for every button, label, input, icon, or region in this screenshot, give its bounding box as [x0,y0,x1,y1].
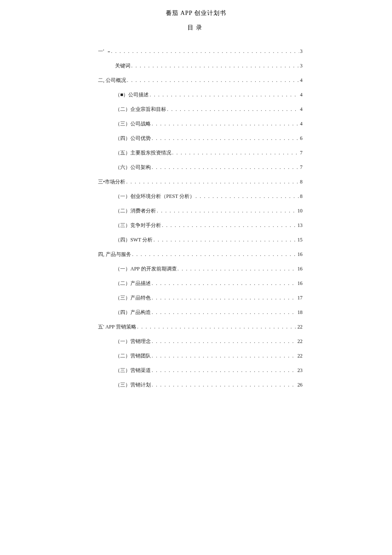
toc-entry-label: （一）营销理念 [115,339,152,344]
toc-entry-label: （二）营销团队 [115,353,152,358]
toc-entry: （一）创业环境分析（PEST 分析）8 [98,194,303,199]
dot-leader [152,165,299,170]
toc-entry: （三）营销计划26 [98,382,303,387]
dot-leader [178,266,297,271]
toc-entry: （三）营销渠道23 [98,368,303,373]
toc-entry-page: 23 [297,368,303,373]
toc-entry: （一）营销理念22 [98,339,303,344]
dot-leader [172,150,299,155]
dot-leader [152,281,297,286]
toc-entry-label: 三•市场分析 [98,179,126,184]
toc-entry: （五）主要股东投资情况7 [98,150,303,155]
toc-entry-page: 16 [297,266,303,271]
toc-entry-page: 4 [299,92,303,97]
toc-entry-label: 五' APP 营销策略 [98,324,137,329]
dot-leader [167,107,299,112]
toc-entry-page: 13 [297,223,303,228]
document-title: 番茄 APP 创业计划书 [0,9,392,17]
toc-entry-label: （一）APP 的开发前期调查 [115,266,178,271]
toc-entry-page: 17 [297,295,303,300]
toc-entry-label: （三）产品特色 [115,295,152,300]
toc-entry: 四, 产品与服务16 [98,252,303,257]
toc-entry: （二）营销团队22 [98,353,303,358]
toc-entry: 关键词3 [98,63,303,68]
toc-entry: （三）竞争对手分析13 [98,223,303,228]
dot-leader [152,353,297,358]
toc-entry: （三）产品特色17 [98,295,303,300]
dot-leader [152,310,297,315]
document-page: 番茄 APP 创业计划书 目录 一'3关键词3二, 公司概况4（■）公司描述4（… [0,0,392,555]
toc-entry: （■）公司描述4 [98,92,303,97]
toc-entry-label: （一）创业环境分析（PEST 分析） [115,194,196,199]
dot-leader [132,252,297,257]
toc-entry: 一'3 [98,49,303,54]
dot-leader [127,78,299,83]
toc-entry-page: 3 [299,49,303,54]
dot-leader [162,223,297,228]
toc-entry: （二）产品描述16 [98,281,303,286]
dot-leader [153,237,297,242]
dot-leader [111,49,299,54]
toc-entry-label: （二）企业宗旨和目标 [115,107,167,112]
toc-entry-page: 16 [297,281,303,286]
toc-entry: （二）企业宗旨和目标4 [98,107,303,112]
toc-heading: 目录 [0,24,392,32]
dot-leader [152,368,297,373]
toc-entry-label: （五）主要股东投资情况 [115,150,172,155]
toc-entry-page: 8 [299,179,303,184]
toc-entry-label: （三）公司战略 [115,121,152,126]
toc-entry-label: （二）消费者分析 [115,208,157,213]
toc-entry-page: 7 [299,165,303,170]
toc-entry: 二, 公司概况4 [98,78,303,83]
dot-leader [152,136,299,141]
toc-entry-label: （四）SWT 分析 [115,237,153,242]
toc-entry-page: 10 [297,208,303,213]
toc-entry-page: 26 [297,382,303,387]
dot-leader [196,194,299,199]
toc-entry-page: 8 [299,194,303,199]
toc-entry-label: 四, 产品与服务 [98,252,132,257]
toc-entry-label: （■）公司描述 [115,92,150,97]
dot-leader [126,179,299,184]
dot-leader [152,121,299,126]
dot-leader [150,92,299,97]
toc-entry-label: （四）公司优势 [115,136,152,141]
toc-entry: （四）公司优势6 [98,136,303,141]
toc-entry-page: 6 [299,136,303,141]
toc-entry-page: 16 [297,252,303,257]
dot-leader [131,63,299,68]
toc-entry-page: 22 [297,339,303,344]
toc-entry-label: 关键词 [115,63,131,68]
toc-entry-page: 4 [299,78,303,83]
toc-entry: 三•市场分析8 [98,179,303,184]
toc-entry-label: （三）竞争对手分析 [115,223,162,228]
toc-entry: 五' APP 营销策略22 [98,324,303,329]
toc-entry-page: 3 [299,63,303,68]
toc-entry-label: （六）公司架构 [115,165,152,170]
dot-leader [152,295,297,300]
toc-entry: （三）公司战略4 [98,121,303,126]
dot-leader [157,208,297,213]
toc-entry-label: 二, 公司概况 [98,78,127,83]
toc-entry-page: 7 [299,150,303,155]
table-of-contents: 一'3关键词3二, 公司概况4（■）公司描述4（二）企业宗旨和目标4（三）公司战… [98,49,303,387]
toc-entry-page: 15 [297,237,303,242]
toc-entry-label: （三）营销渠道 [115,368,152,373]
toc-entry: （一）APP 的开发前期调查 16 [98,266,303,271]
toc-entry-label: （三）营销计划 [115,382,152,387]
toc-entry-page: 4 [299,121,303,126]
toc-entry-page: 22 [297,324,303,329]
toc-entry-page: 18 [297,310,303,315]
toc-entry: （四）SWT 分析15 [98,237,303,242]
dot-leader [137,324,297,329]
dot-leader [152,339,297,344]
toc-entry-page: 4 [299,107,303,112]
toc-entry: （二）消费者分析10 [98,208,303,213]
toc-entry: （四）产品构造18 [98,310,303,315]
toc-entry-label: 一' [98,49,105,54]
toc-entry: （六）公司架构7 [98,165,303,170]
toc-entry-page: 22 [297,353,303,358]
toc-entry-label: （二）产品描述 [115,281,152,286]
dot-leader [152,382,297,387]
toc-entry-label: （四）产品构造 [115,310,152,315]
